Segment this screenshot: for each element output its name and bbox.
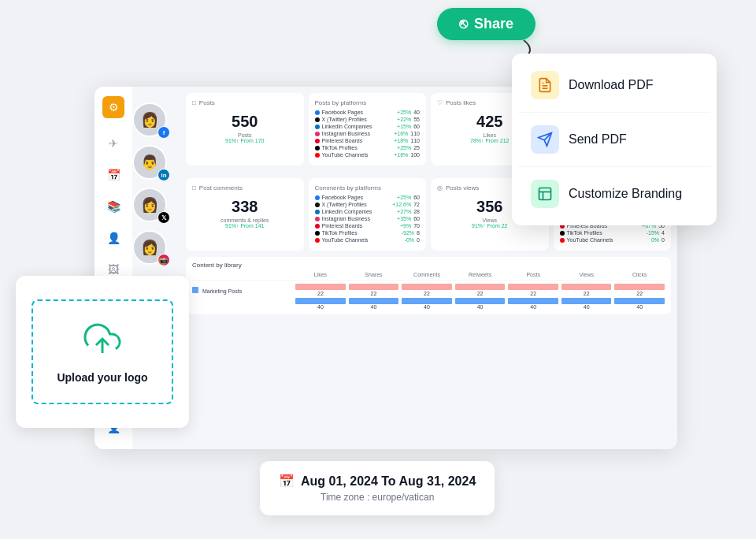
timezone-text: Time zone : europe/vatican [279, 492, 476, 503]
sidebar-logo: ⚙ [102, 96, 124, 118]
comments-platforms-card: Comments by platforms Facebook Pages+25%… [309, 178, 427, 251]
share-label: Share [474, 16, 513, 32]
dropdown-menu: Download PDF Send PDF Customize Branding [512, 54, 717, 225]
cell-clicks: 22 [614, 284, 665, 296]
cell-retweets: 22 [455, 284, 506, 296]
avatar-badge-fb: f [158, 126, 170, 139]
cell2-likes: 40 [295, 298, 346, 310]
upload-drop-zone[interactable]: Upload your logo [32, 299, 173, 404]
cell2-retweets: 40 [455, 298, 506, 310]
posts-title: □ Posts [192, 99, 298, 106]
cell-views: 22 [561, 284, 612, 296]
calendar-icon: 📅 [279, 474, 295, 489]
table-row: Marketing Posts 22 22 22 [192, 284, 665, 296]
post-comments-value: 338 [192, 198, 298, 216]
col-clicks: Clicks [614, 272, 665, 277]
cell-likes: 22 [295, 284, 346, 296]
sidebar-item-calendar[interactable]: 📅 [101, 162, 126, 188]
col-likes: Likes [295, 272, 346, 277]
send-pdf-label: Send PDF [569, 132, 627, 147]
col-name [192, 272, 292, 277]
post-comments-title: □ Post comments [192, 184, 298, 191]
download-pdf-item[interactable]: Download PDF [518, 60, 710, 110]
avatar-3: 👩 𝕏 [132, 188, 167, 222]
cell-comments: 22 [402, 284, 452, 296]
cell2-comments: 40 [402, 298, 452, 310]
cell2-views: 40 [561, 298, 612, 310]
comments-platforms-list: Facebook Pages+25%60 X (Twitter) Profile… [315, 195, 421, 243]
posts-platforms-list: Facebook Pages+25%40 X (Twitter) Profile… [315, 110, 421, 158]
share-icon: ⎋ [459, 16, 468, 32]
upload-text: Upload your logo [57, 371, 147, 384]
avatar-1: 👩 f [132, 102, 167, 137]
share-button[interactable]: ⎋ Share [437, 8, 536, 40]
download-pdf-label: Download PDF [569, 78, 654, 92]
col-shares: Shares [349, 272, 399, 277]
avatar-badge-li: in [158, 169, 170, 181]
table-header: Likes Shares Comments Retweets Posts Vie… [192, 272, 665, 281]
avatar-badge-ig: 📸 [158, 254, 170, 266]
table-title: Content by library [192, 262, 665, 269]
send-pdf-icon [531, 125, 559, 154]
comments-platforms-title: Comments by platforms [315, 184, 421, 191]
row-label: Marketing Posts [192, 287, 292, 294]
post-comments-label: comments & replies [192, 217, 298, 223]
posts-value: 550 [192, 113, 298, 131]
date-range-text: 📅 Aug 01, 2024 To Aug 31, 2024 [279, 474, 476, 489]
customize-branding-item[interactable]: Customize Branding [518, 169, 710, 219]
sidebar-item-user[interactable]: 👤 [101, 225, 126, 251]
upload-logo-card: Upload your logo [16, 276, 189, 428]
posts-card: □ Posts 550 Posts 91%↑ From 170 [186, 93, 304, 165]
divider-2 [518, 166, 710, 167]
cell-posts: 22 [508, 284, 558, 296]
content-table: Content by library Likes Shares Comments… [186, 257, 671, 314]
post-comments-card: □ Post comments 338 comments & replies 9… [186, 178, 304, 251]
avatar-4: 👩 📸 [132, 230, 167, 265]
posts-platforms-title: Posts by platforms [315, 99, 421, 106]
col-views: Views [561, 272, 612, 277]
posts-by-platforms-card: Posts by platforms Facebook Pages+25%40 … [309, 93, 427, 165]
post-comments-growth: 91%↑ From 141 [192, 223, 298, 229]
table-row-2: 40 40 40 40 40 40 [192, 298, 665, 310]
avatar-badge-tw: 𝕏 [158, 211, 170, 224]
cell2-posts: 40 [508, 298, 558, 310]
svg-rect-4 [539, 188, 551, 200]
customize-branding-icon [531, 180, 559, 208]
date-range-card: 📅 Aug 01, 2024 To Aug 31, 2024 Time zone… [260, 461, 495, 515]
posts-growth: 91%↑ From 170 [192, 138, 298, 143]
customize-branding-label: Customize Branding [569, 187, 682, 201]
avatar-2: 👨 in [132, 145, 167, 180]
cell2-clicks: 40 [614, 298, 665, 310]
cell2-shares: 40 [349, 298, 399, 310]
upload-cloud-icon [83, 320, 121, 365]
send-pdf-item[interactable]: Send PDF [518, 114, 710, 165]
col-comments: Comments [402, 272, 452, 277]
col-posts: Posts [508, 272, 558, 277]
download-pdf-icon [531, 71, 559, 99]
sidebar-item-nav[interactable]: ✈ [101, 131, 126, 156]
sidebar-item-library[interactable]: 📚 [101, 194, 126, 219]
avatars-column: 👩 f 👨 in 👩 𝕏 👩 📸 [132, 102, 176, 265]
col-retweets: Retweets [455, 272, 506, 277]
divider-1 [518, 112, 710, 113]
posts-label: Posts [192, 132, 298, 138]
cell-shares: 22 [349, 284, 399, 296]
